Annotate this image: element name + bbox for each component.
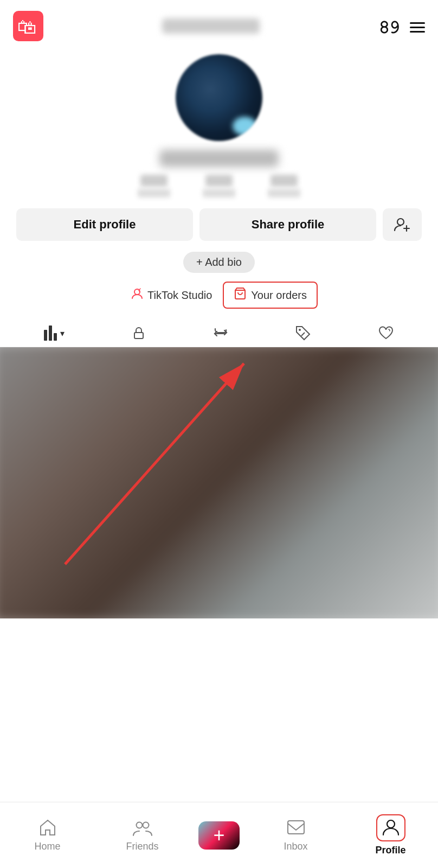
friends-label: Friends bbox=[126, 841, 158, 852]
action-buttons: Edit profile Share profile bbox=[0, 208, 438, 241]
nav-create[interactable]: + bbox=[190, 817, 248, 854]
repost-filter[interactable] bbox=[212, 325, 229, 341]
friends-icon bbox=[132, 818, 153, 838]
edit-profile-button[interactable]: Edit profile bbox=[16, 208, 193, 241]
orders-label: Your orders bbox=[251, 289, 307, 302]
share-profile-button[interactable]: Share profile bbox=[199, 208, 376, 241]
inbox-icon bbox=[286, 818, 306, 838]
lock-icon bbox=[131, 326, 146, 341]
inbox-label: Inbox bbox=[284, 841, 307, 852]
sort-filter[interactable]: ▾ bbox=[44, 326, 65, 341]
svg-rect-7 bbox=[134, 333, 143, 339]
lock-filter[interactable] bbox=[131, 326, 146, 341]
menu-icon[interactable] bbox=[410, 22, 425, 33]
tag-filter[interactable] bbox=[295, 325, 311, 341]
studio-label: TikTok Studio bbox=[147, 289, 212, 302]
followers-stat[interactable] bbox=[203, 175, 235, 197]
content-area bbox=[0, 347, 438, 618]
bars-icon bbox=[44, 326, 57, 341]
nav-inbox[interactable]: Inbox bbox=[248, 814, 343, 857]
repost-icon bbox=[212, 325, 229, 341]
header: 🛍 𝟾𝟿 bbox=[0, 0, 438, 49]
heart-icon bbox=[378, 325, 394, 341]
studio-icon bbox=[131, 288, 143, 303]
profile-label: Profile bbox=[375, 845, 405, 856]
add-friend-button[interactable] bbox=[383, 208, 422, 241]
add-bio-button[interactable]: + Add bio bbox=[183, 252, 255, 273]
home-icon bbox=[38, 818, 57, 838]
glasses-icon[interactable]: 𝟾𝟿 bbox=[378, 17, 399, 37]
header-username bbox=[43, 18, 378, 36]
tag-icon bbox=[295, 325, 311, 341]
tiktok-shop-logo[interactable]: 🛍 bbox=[13, 11, 43, 43]
nav-profile[interactable]: Profile bbox=[343, 810, 438, 860]
header-right-icons: 𝟾𝟿 bbox=[378, 17, 425, 37]
home-label: Home bbox=[34, 841, 60, 852]
following-stat[interactable] bbox=[138, 175, 170, 197]
links-row: TikTok Studio Your orders bbox=[0, 282, 438, 309]
blurred-thumbnail bbox=[0, 347, 438, 618]
cart-icon bbox=[234, 287, 247, 303]
your-orders-link[interactable]: Your orders bbox=[223, 282, 318, 309]
svg-point-15 bbox=[387, 820, 395, 828]
username-display bbox=[0, 150, 438, 167]
tiktok-studio-link[interactable]: TikTok Studio bbox=[120, 282, 223, 308]
svg-line-9 bbox=[301, 333, 305, 336]
profile-nav-border bbox=[376, 814, 405, 841]
svg-point-12 bbox=[136, 822, 142, 828]
avatar bbox=[176, 54, 262, 141]
add-bio-section: + Add bio bbox=[0, 252, 438, 273]
stats-row bbox=[0, 175, 438, 197]
create-button[interactable]: + bbox=[198, 821, 240, 850]
svg-point-8 bbox=[299, 329, 301, 331]
chevron-down-icon: ▾ bbox=[60, 328, 65, 339]
likes-stat[interactable] bbox=[268, 175, 300, 197]
svg-point-2 bbox=[397, 219, 404, 225]
svg-point-13 bbox=[143, 822, 149, 828]
profile-icon bbox=[382, 818, 400, 836]
bottom-nav: Home Friends + Inbox Profile bbox=[0, 802, 438, 868]
liked-filter[interactable] bbox=[378, 325, 394, 341]
svg-rect-14 bbox=[288, 821, 304, 834]
nav-friends[interactable]: Friends bbox=[95, 814, 190, 857]
svg-text:🛍: 🛍 bbox=[17, 16, 37, 38]
avatar-section bbox=[0, 54, 438, 141]
plus-icon: + bbox=[213, 826, 224, 845]
nav-home[interactable]: Home bbox=[0, 814, 95, 857]
filter-bar: ▾ bbox=[0, 320, 438, 347]
